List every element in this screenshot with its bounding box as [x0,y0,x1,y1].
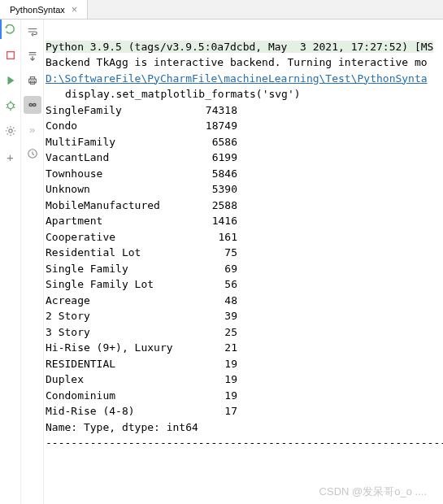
divider-line: ----------------------------------------… [46,437,443,449]
chevrons-icon[interactable]: » [24,120,41,138]
row-label: 2 Story [46,308,192,324]
row-label: VacantLand [46,150,192,166]
file-path-link[interactable]: D:\SoftwareFile\PyCharmFile\machineLearn… [46,72,428,85]
data-rows: SingleFamily74318Condo18749MultiFamily65… [46,102,443,419]
row-value: 25 [192,324,237,341]
tab-pythonsyntax[interactable]: PythonSyntax × [0,0,88,19]
close-icon[interactable]: × [72,4,77,15]
backend-line: Backend TkAgg is interactive backend. Tu… [46,56,428,68]
row-label: Duplex [46,371,192,388]
table-row: Mid-Rise (4-8)17 [46,403,443,419]
row-label: Single Family Lot [46,276,192,293]
table-row: Townhouse5846 [46,166,443,182]
table-row: MultiFamily6586 [46,134,443,150]
table-row: Condo18749 [46,118,443,134]
watermark: CSDN @发呆哥o_o .... [319,484,427,499]
wrap-icon[interactable] [24,23,41,41]
table-row: VacantLand6199 [46,150,443,166]
row-value: 161 [192,229,237,245]
row-value: 17 [192,403,237,419]
row-value: 5846 [192,166,237,182]
run-gutter: + [0,20,21,504]
table-row: Acreage48 [46,293,443,309]
table-row: Single Family69 [46,261,443,277]
stop-icon[interactable] [5,50,16,63]
row-value: 48 [192,293,237,309]
row-label: MultiFamily [46,134,192,150]
svg-point-1 [7,103,13,109]
tab-title: PythonSyntax [10,5,65,15]
table-row: Cooperative161 [46,229,443,245]
row-label: Mid-Rise (4-8) [46,403,192,419]
svg-line-7 [13,107,15,108]
row-value: 19 [192,371,237,388]
main-area: + » Python 3.9.5 (tags/v3.9.5:0a7dcbd, M… [0,20,443,504]
row-label: MobileManufactured [46,198,192,214]
row-value: 21 [192,340,237,356]
row-label: Single Family [46,261,192,277]
row-label: SingleFamily [46,102,192,119]
settings-icon[interactable] [5,125,16,139]
table-row: Unknown5390 [46,181,443,198]
rerun-icon[interactable] [5,24,16,38]
row-label: Residential Lot [46,245,192,261]
row-value: 5390 [192,181,237,198]
row-label: Acreage [46,293,192,309]
table-row: SingleFamily74318 [46,102,443,119]
console-output: Python 3.9.5 (tags/v3.9.5:0a7dcbd, May 3… [44,20,443,504]
row-label: Condominium [46,388,192,404]
dtype-footer: Name: Type, dtype: int64 [46,421,198,433]
table-row: RESIDENTIAL19 [46,356,443,372]
row-value: 6199 [192,150,237,166]
svg-rect-10 [30,77,34,80]
add-icon[interactable]: + [7,150,14,164]
row-label: Apartment [46,213,192,229]
svg-line-6 [6,107,7,108]
row-label: Condo [46,118,192,134]
svg-line-5 [13,104,15,105]
history-icon[interactable] [24,145,41,163]
table-row: MobileManufactured2588 [46,198,443,214]
active-indicator [0,20,2,39]
print-icon[interactable] [24,72,41,89]
row-value: 19 [192,356,237,372]
python-version-line: Python 3.9.5 (tags/v3.9.5:0a7dcbd, May 3… [46,41,433,53]
table-row: 2 Story39 [46,308,443,324]
svg-rect-0 [7,52,14,59]
console-toolbar: » [21,20,44,504]
row-label: Unknown [46,181,192,198]
row-value: 2588 [192,198,237,214]
table-row: Hi-Rise (9+), Luxury21 [46,340,443,356]
table-row: Duplex19 [46,371,443,388]
row-value: 69 [192,261,237,277]
row-value: 19 [192,388,237,404]
infinity-icon[interactable] [24,96,41,114]
row-value: 56 [192,276,237,293]
row-label: Hi-Rise (9+), Luxury [46,340,192,356]
row-value: 75 [192,245,237,261]
tab-bar: PythonSyntax × [0,0,443,20]
table-row: Residential Lot75 [46,245,443,261]
row-label: RESIDENTIAL [46,356,192,372]
row-value: 1416 [192,213,237,229]
table-row: Single Family Lot56 [46,276,443,293]
row-value: 6586 [192,134,237,150]
run-icon[interactable] [5,75,16,89]
svg-point-8 [8,129,11,133]
table-row: Apartment1416 [46,213,443,229]
debug-icon[interactable] [5,100,16,114]
code-line: display.set_matplotlib_formats('svg') [46,88,301,100]
row-label: Cooperative [46,229,192,245]
row-value: 18749 [192,118,237,134]
scroll-down-icon[interactable] [24,47,41,65]
row-value: 74318 [192,102,237,119]
row-label: Townhouse [46,166,192,182]
row-label: 3 Story [46,324,192,341]
table-row: 3 Story25 [46,324,443,341]
table-row: Condominium19 [46,388,443,404]
svg-line-4 [6,104,7,105]
row-value: 39 [192,308,237,324]
